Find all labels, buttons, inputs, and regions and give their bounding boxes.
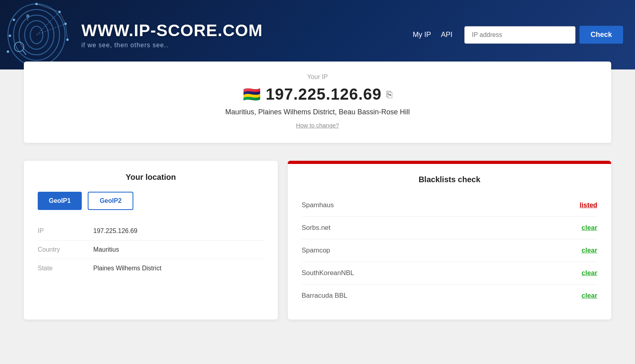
location-row: IP 197.225.126.69 xyxy=(38,222,264,241)
location-value: Mauritius xyxy=(93,246,119,253)
svg-point-13 xyxy=(66,39,69,41)
svg-point-15 xyxy=(9,35,11,37)
ip-search-input[interactable] xyxy=(464,26,575,44)
ip-address-display: 197.225.126.69 xyxy=(266,85,381,103)
location-value: 197.225.126.69 xyxy=(93,227,137,235)
site-title-block: WWW.IP-SCORE.COM if we see, then others … xyxy=(81,21,263,49)
main-content: Your IP 🇲🇺 197.225.126.69 ⎘ Mauritius, P… xyxy=(0,69,635,335)
check-button[interactable]: Check xyxy=(579,26,623,44)
how-to-change-link[interactable]: How to change? xyxy=(296,122,339,129)
location-panel-title: Your location xyxy=(38,173,264,182)
location-key: State xyxy=(38,265,93,272)
header-search: Check xyxy=(464,26,623,44)
svg-point-11 xyxy=(58,11,61,13)
blacklist-status[interactable]: clear xyxy=(581,292,597,300)
blacklist-red-bar xyxy=(288,161,611,164)
geoip1-button[interactable]: GeoIP1 xyxy=(38,192,82,210)
blacklist-inner: Blacklists check Spamhaus listedSorbs.ne… xyxy=(288,164,611,318)
blacklist-row: SouthKoreanNBL clear xyxy=(302,262,597,285)
nav-api[interactable]: API xyxy=(441,31,452,39)
blacklist-service: Spamhaus xyxy=(302,201,334,209)
location-value: Plaines Wilhems District xyxy=(93,265,162,272)
svg-point-14 xyxy=(13,19,15,21)
ip-location: Mauritius, Plaines Wilhems District, Bea… xyxy=(32,108,603,116)
svg-point-19 xyxy=(26,14,29,17)
nav-links: My IP API xyxy=(413,31,452,39)
blacklist-status[interactable]: listed xyxy=(580,201,597,209)
country-flag: 🇲🇺 xyxy=(243,86,261,103)
blacklist-status[interactable]: clear xyxy=(581,269,597,277)
geoip2-button[interactable]: GeoIP2 xyxy=(88,192,133,210)
bottom-panels: Your location GeoIP1 GeoIP2 IP 197.225.1… xyxy=(24,161,611,320)
site-subtitle: if we see, then others see.. xyxy=(81,42,263,49)
copy-icon[interactable]: ⎘ xyxy=(387,89,392,100)
site-header: WWW.IP-SCORE.COM if we see, then others … xyxy=(0,0,635,69)
blacklist-panel: Blacklists check Spamhaus listedSorbs.ne… xyxy=(288,161,611,320)
blacklist-rows: Spamhaus listedSorbs.net clearSpamcop cl… xyxy=(302,194,597,307)
geo-buttons: GeoIP1 GeoIP2 xyxy=(38,192,264,210)
logo-block: WWW.IP-SCORE.COM if we see, then others … xyxy=(0,0,263,69)
svg-line-5 xyxy=(37,4,60,12)
blacklist-status[interactable]: clear xyxy=(581,247,597,254)
location-panel: Your location GeoIP1 GeoIP2 IP 197.225.1… xyxy=(24,161,278,320)
svg-line-7 xyxy=(65,24,67,40)
location-row: Country Mauritius xyxy=(38,241,264,259)
blacklist-service: SouthKoreanNBL xyxy=(302,269,354,277)
blacklist-row: Barracuda BBL clear xyxy=(302,285,597,307)
blacklist-service: Sorbs.net xyxy=(302,224,331,232)
location-key: IP xyxy=(38,227,93,235)
blacklist-row: Spamhaus listed xyxy=(302,194,597,217)
location-row: State Plaines Wilhems District xyxy=(38,259,264,277)
header-nav: My IP API Check xyxy=(413,26,623,44)
nav-my-ip[interactable]: My IP xyxy=(413,31,431,39)
blacklist-title: Blacklists check xyxy=(302,175,597,184)
location-table: IP 197.225.126.69Country MauritiusState … xyxy=(38,222,264,277)
svg-point-10 xyxy=(35,3,38,5)
svg-point-16 xyxy=(7,50,9,53)
blacklist-row: Sorbs.net clear xyxy=(302,217,597,239)
blacklist-service: Barracuda BBL xyxy=(302,292,347,300)
blacklist-service: Spamcop xyxy=(302,247,330,254)
your-ip-label: Your IP xyxy=(32,73,603,81)
blacklist-row: Spamcop clear xyxy=(302,239,597,262)
site-title: WWW.IP-SCORE.COM xyxy=(81,21,263,40)
svg-point-12 xyxy=(64,23,67,25)
location-key: Country xyxy=(38,246,93,253)
ip-card: Your IP 🇲🇺 197.225.126.69 ⎘ Mauritius, P… xyxy=(24,62,611,143)
blacklist-status[interactable]: clear xyxy=(581,224,597,232)
fingerprint-icon xyxy=(4,0,71,69)
ip-display: 🇲🇺 197.225.126.69 ⎘ xyxy=(32,85,603,103)
